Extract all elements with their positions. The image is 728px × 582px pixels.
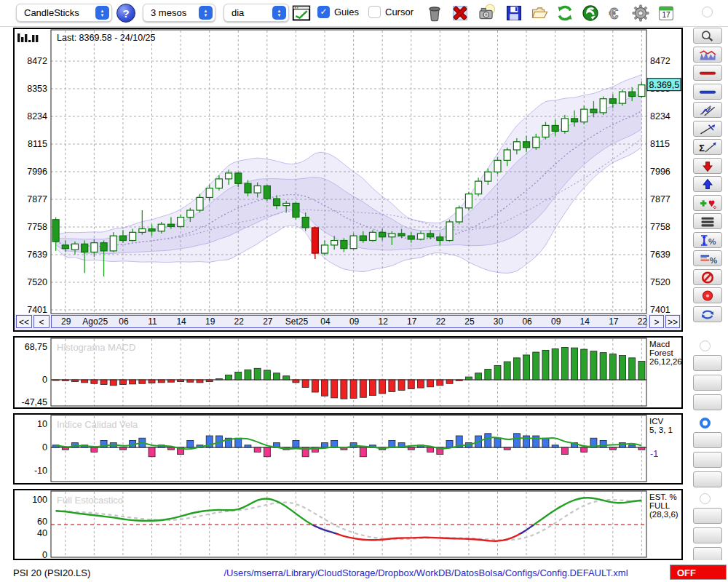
svg-text:40: 40: [37, 528, 47, 538]
channel-button[interactable]: [693, 102, 722, 118]
blue-up-arrow-button[interactable]: [693, 176, 722, 192]
config-path-link[interactable]: /Users/mserra/Library/CloudStorage/Dropb…: [204, 567, 648, 578]
cursor-label: Cursor: [385, 7, 414, 17]
svg-text:FULL: FULL: [649, 501, 670, 510]
open-folder-icon[interactable]: [529, 3, 550, 23]
sigma-trendline-button[interactable]: Σ: [693, 139, 722, 155]
svg-text:0: 0: [42, 375, 47, 385]
icv-updown-arrows-button[interactable]: [693, 432, 722, 448]
svg-text:%: %: [710, 255, 717, 265]
svg-text:8353: 8353: [27, 84, 47, 94]
svg-text:60: 60: [37, 517, 47, 527]
cursor-checkbox[interactable]: [368, 6, 381, 18]
app-window: CandleSticks ▲▼ ? 3 mesos ▲▼ dia ▲▼ ✓ Gu…: [0, 0, 728, 582]
vertical-percent-button[interactable]: %: [693, 232, 722, 248]
icv-panel[interactable]: 100-10Indice Calidad VelaICV5, 3, 1-1: [13, 413, 683, 485]
icvPanel-canvas[interactable]: 100-10Indice Calidad VelaICV5, 3, 1-1: [15, 415, 681, 483]
help-button[interactable]: ?: [116, 4, 135, 23]
trendline-button[interactable]: [693, 121, 722, 137]
forbidden-button[interactable]: [693, 269, 722, 285]
euro-icon[interactable]: €: [605, 3, 625, 23]
delete-x-icon[interactable]: [450, 3, 470, 23]
record-button[interactable]: [693, 287, 722, 303]
svg-text:68,75: 68,75: [25, 342, 47, 352]
scroll-fast-right-button[interactable]: >>: [665, 315, 680, 328]
icv-lines-percent-button[interactable]: [693, 452, 722, 468]
red-down-arrow-button[interactable]: [693, 158, 722, 174]
calendar-icon[interactable]: 17: [656, 3, 676, 23]
macd-updown-arrows-button[interactable]: [693, 355, 722, 371]
chart-type-value: CandleSticks: [24, 7, 79, 18]
main-chart-canvas[interactable]: 8472847283538353823482348115811579967996…: [15, 29, 681, 314]
macd-lines-percent-button[interactable]: [693, 375, 722, 391]
svg-text:17: 17: [662, 11, 670, 19]
est-lines-percent-button[interactable]: [693, 527, 722, 543]
stepper-icon: ▲▼: [272, 6, 286, 20]
interval-select[interactable]: dia ▲▼: [223, 4, 289, 22]
svg-text:26,12,26: 26,12,26: [649, 357, 681, 366]
date-label: 22: [226, 316, 251, 327]
icv-select-radio[interactable]: [700, 418, 711, 428]
watermark: Full Estocastico: [57, 495, 123, 506]
watermark: Histograma MACD: [57, 342, 135, 353]
date-label: 19: [198, 316, 223, 327]
back-icon[interactable]: [580, 3, 601, 23]
guies-checkbox[interactable]: ✓: [317, 6, 330, 18]
svg-text:7758: 7758: [650, 222, 670, 232]
refresh-icon[interactable]: [555, 3, 575, 23]
est-select-radio[interactable]: [700, 493, 711, 504]
settings-icon[interactable]: [630, 3, 651, 23]
svg-text:8472: 8472: [650, 56, 670, 66]
macd-select-radio[interactable]: [700, 340, 711, 351]
svg-text:7401: 7401: [650, 305, 670, 314]
interval-value: dia: [232, 7, 244, 18]
svg-text:7996: 7996: [27, 167, 47, 177]
macd-panel[interactable]: 68,750-47,45Histograma MACDMacdForest26,…: [13, 336, 683, 409]
range-select[interactable]: 3 mesos ▲▼: [143, 4, 215, 22]
scroll-left-button[interactable]: <: [33, 315, 50, 328]
sync-button[interactable]: [693, 306, 722, 322]
icv-curves-button[interactable]: [693, 471, 722, 487]
toolbar-radio[interactable]: [702, 7, 713, 17]
scroll-fast-left-button[interactable]: <<: [16, 315, 32, 328]
date-label: 22: [428, 316, 453, 327]
hlines-set-button[interactable]: [693, 213, 722, 229]
stochPanel-canvas[interactable]: 10060400Full EstocasticoEST. %FULL(28,3,…: [15, 490, 681, 559]
camera-icon[interactable]: [477, 3, 497, 23]
cursor-checkbox-row[interactable]: Cursor: [368, 6, 414, 18]
blue-hline-button[interactable]: [693, 84, 722, 100]
histogram-mini-icon[interactable]: [17, 33, 38, 42]
svg-text:7520: 7520: [27, 277, 47, 287]
date-label: 11: [141, 316, 165, 327]
date-axis[interactable]: 29Ago25061114192227Set250409121722253006…: [51, 315, 646, 328]
est-updown-arrows-button[interactable]: [693, 508, 722, 524]
x-scroll-strip[interactable]: <<<>>>29Ago25061114192227Set250409121722…: [15, 314, 681, 330]
indicator-chart-button[interactable]: [693, 47, 722, 63]
svg-text:8115: 8115: [28, 139, 47, 149]
svg-text:8472: 8472: [27, 56, 47, 66]
macd-curves-button[interactable]: [693, 394, 722, 410]
off-button[interactable]: OFF: [670, 565, 727, 580]
add-remove-button[interactable]: [693, 195, 722, 211]
chart-type-select[interactable]: CandleSticks ▲▼: [16, 4, 112, 22]
trash-icon[interactable]: [424, 3, 445, 23]
date-label: 25: [457, 316, 482, 327]
zoom-button[interactable]: [693, 28, 722, 44]
macdPanel-canvas[interactable]: 68,750-47,45Histograma MACDMacdForest26,…: [15, 338, 681, 407]
svg-text:10: 10: [37, 419, 47, 429]
guies-checkbox-row[interactable]: ✓ Guies: [317, 6, 359, 18]
date-label: 22: [630, 316, 654, 327]
red-hline-button[interactable]: [693, 65, 722, 81]
svg-text:100: 100: [32, 495, 47, 505]
lines-percent-button[interactable]: %: [693, 250, 722, 266]
main-chart-panel[interactable]: 8472847283538353823482348115811579967996…: [13, 28, 683, 332]
stochastic-panel[interactable]: 10060400Full EstocasticoEST. %FULL(28,3,…: [13, 489, 683, 560]
toolbar: CandleSticks ▲▼ ? 3 mesos ▲▼ dia ▲▼ ✓ Gu…: [0, 0, 728, 27]
svg-text:7758: 7758: [27, 222, 47, 232]
date-label: 09: [342, 316, 367, 327]
date-label: 14: [169, 316, 194, 327]
svg-text:ICV: ICV: [649, 417, 664, 426]
svg-text:0: 0: [42, 442, 47, 453]
mini-chart-icon[interactable]: [291, 3, 312, 23]
save-icon[interactable]: [504, 3, 524, 23]
